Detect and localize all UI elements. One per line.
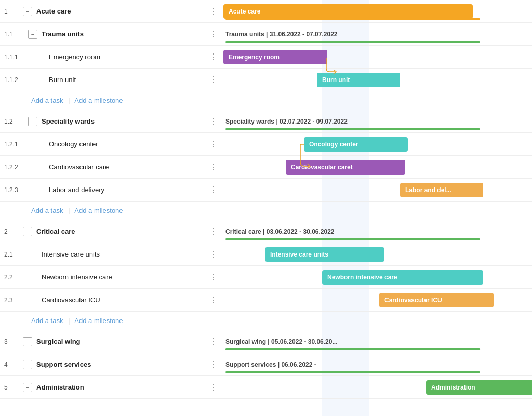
gantt-bar-container: Critical care | 03.06.2022 - 30.06.2022	[223, 220, 532, 243]
row-label: Acute care	[36, 7, 208, 15]
gantt-row-1.2.2: Cardiovascular caret	[223, 156, 532, 179]
row-label: Administration	[36, 383, 208, 391]
add-task-link[interactable]: Add a task	[31, 97, 63, 104]
row-label: Surgical wing	[36, 338, 208, 345]
row-number: 1.1.2	[4, 76, 23, 84]
gantt-row-1: Acute care | 31.06.2022 - 09.07.2021Acut…	[223, 0, 532, 23]
collapse-button[interactable]: −	[23, 383, 32, 392]
gantt-row-1.2.1: Oncology center	[223, 133, 532, 156]
row-context-menu-button[interactable]: ⋮	[208, 7, 219, 16]
row-context-menu-button[interactable]: ⋮	[208, 163, 219, 171]
gantt-group-label: Trauma units | 31.06.2022 - 07.07.2022	[225, 31, 338, 38]
row-number: 1	[4, 8, 23, 15]
gantt-bar-container: Intensive care units	[223, 243, 532, 266]
gantt-group-underline	[225, 371, 480, 373]
row-context-menu-button[interactable]: ⋮	[208, 117, 219, 126]
gantt-bar-1.1.2[interactable]: Burn unit	[317, 73, 400, 87]
row-label: Cardiovascular ICU	[42, 296, 208, 304]
gantt-bar-2.2[interactable]: Newborn intensive care	[322, 270, 483, 285]
row-label: Speciality wards	[42, 117, 208, 125]
gantt-group-underline	[225, 128, 480, 130]
gantt-row-add2	[223, 312, 532, 330]
add-milestone-link[interactable]: Add a milestone	[74, 97, 123, 104]
row-label: Oncology center	[49, 140, 208, 148]
row-label: Emergency room	[49, 53, 208, 61]
gantt-group-underline	[225, 41, 480, 43]
row-context-menu-button[interactable]: ⋮	[208, 30, 219, 38]
row-context-menu-button[interactable]: ⋮	[208, 53, 219, 61]
gantt-row-1.1: Trauma units | 31.06.2022 - 07.07.2022	[223, 23, 532, 46]
gantt-row-5: Administration	[223, 376, 532, 399]
gantt-bar-2.1[interactable]: Intensive care units	[265, 247, 384, 262]
row-context-menu-button[interactable]: ⋮	[208, 383, 219, 392]
row-number: 1.2.3	[4, 186, 23, 194]
gantt-bar-1.2.1[interactable]: Oncology center	[304, 137, 408, 152]
gantt-bar-container: Newborn intensive care	[223, 266, 532, 289]
gantt-row-2.2: Newborn intensive care	[223, 266, 532, 289]
gantt-bar-container	[223, 89, 532, 112]
gantt-row-1.2.3: Labor and del...	[223, 179, 532, 202]
add-milestone-link[interactable]: Add a milestone	[74, 207, 123, 214]
row-number: 1.1	[4, 31, 23, 38]
row-label: Critical care	[36, 227, 208, 235]
row-context-menu-button[interactable]: ⋮	[208, 186, 219, 194]
left-row-add1.2: Add a task | Add a milestone	[0, 202, 223, 220]
row-number: 1.1.1	[4, 53, 23, 61]
row-number: 2.2	[4, 274, 23, 281]
collapse-button[interactable]: −	[28, 117, 37, 126]
gantt-bar-container: Surgical wing | 05.06.2022 - 30.06.20...	[223, 330, 532, 353]
add-links: Add a task | Add a milestone	[31, 207, 123, 214]
gantt-bar-container: Emergency room	[223, 46, 532, 69]
row-context-menu-button[interactable]: ⋮	[208, 76, 219, 84]
gantt-group-label: Surgical wing | 05.06.2022 - 30.06.20...	[225, 338, 337, 345]
gantt-row-add1.1	[223, 91, 532, 110]
row-context-menu-button[interactable]: ⋮	[208, 360, 219, 369]
add-links: Add a task | Add a milestone	[31, 97, 123, 104]
gantt-row-2.1: Intensive care units	[223, 243, 532, 266]
row-number: 4	[4, 361, 23, 368]
row-label: Trauma units	[42, 30, 208, 38]
collapse-button[interactable]: −	[23, 227, 32, 236]
collapse-button[interactable]: −	[23, 360, 32, 369]
gantt-bar-container: Acute care | 31.06.2022 - 09.07.2021Acut…	[223, 0, 532, 23]
gantt-bar-2.3[interactable]: Cardiovascular ICU	[379, 293, 494, 307]
gantt-row-1.2: Speciality wards | 02.07.2022 - 09.07.20…	[223, 110, 532, 133]
collapse-button[interactable]: −	[23, 337, 32, 346]
row-context-menu-button[interactable]: ⋮	[208, 250, 219, 259]
row-context-menu-button[interactable]: ⋮	[208, 140, 219, 149]
gantt-row-1.1.2: Burn unit	[223, 69, 532, 91]
gantt-group-label: Speciality wards | 02.07.2022 - 09.07.20…	[225, 118, 348, 125]
row-context-menu-button[interactable]: ⋮	[208, 296, 219, 304]
left-row-1.1.2: 1.1.2Burn unit⋮	[0, 69, 223, 91]
row-number: 5	[4, 384, 23, 391]
gantt-bar-container: Labor and del...	[223, 179, 532, 202]
row-number: 1.2	[4, 118, 23, 125]
left-row-5: 5−Administration⋮	[0, 376, 223, 399]
row-context-menu-button[interactable]: ⋮	[208, 273, 219, 281]
gantt-bar-container	[223, 199, 532, 222]
gantt-group-underline	[225, 238, 480, 240]
gantt-bar-1.2.2[interactable]: Cardiovascular caret	[286, 160, 405, 175]
separator: |	[68, 207, 70, 214]
left-row-2.1: 2.1Intensive care units⋮	[0, 243, 223, 266]
left-row-1.2.1: 1.2.1Oncology center⋮	[0, 133, 223, 156]
gantt-chart-panel: Acute care | 31.06.2022 - 09.07.2021Acut…	[223, 0, 532, 416]
row-number: 2	[4, 228, 23, 235]
row-context-menu-button[interactable]: ⋮	[208, 338, 219, 346]
row-number: 2.1	[4, 251, 23, 258]
collapse-button[interactable]: −	[23, 7, 32, 16]
add-task-link[interactable]: Add a task	[31, 317, 63, 325]
left-row-add1.1: Add a task | Add a milestone	[0, 91, 223, 110]
gantt-bar-1.1.1[interactable]: Emergency room	[223, 50, 327, 64]
collapse-button[interactable]: −	[28, 30, 37, 39]
row-context-menu-button[interactable]: ⋮	[208, 227, 219, 236]
gantt-bar-container: Trauma units | 31.06.2022 - 07.07.2022	[223, 23, 532, 46]
row-label: Cardiovascular care	[49, 163, 208, 171]
gantt-bar-5[interactable]: Administration	[426, 380, 532, 395]
gantt-bar-1.2.3[interactable]: Labor and del...	[400, 183, 483, 197]
gantt-bar-1[interactable]: Acute care	[223, 4, 473, 19]
gantt-row-1.1.1: Emergency room	[223, 46, 532, 69]
left-row-1.2.2: 1.2.2Cardiovascular care⋮	[0, 156, 223, 179]
add-milestone-link[interactable]: Add a milestone	[74, 317, 123, 325]
add-task-link[interactable]: Add a task	[31, 207, 63, 214]
